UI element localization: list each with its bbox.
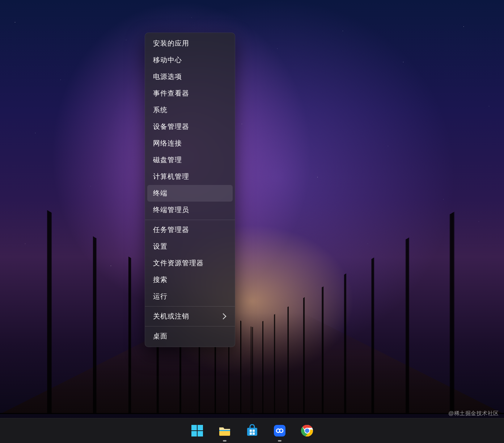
menu-separator [145,220,235,220]
pinned-app-icon[interactable] [271,422,288,439]
menu-item-label: 关机或注销 [153,312,189,321]
chrome-logo-icon [301,424,314,437]
menu-item-device-manager[interactable]: 设备管理器 [147,118,233,135]
chevron-right-icon [220,313,226,320]
svg-rect-5 [247,428,257,436]
svg-rect-4 [219,430,230,431]
file-explorer-icon[interactable] [216,422,233,439]
microsoft-store-icon[interactable] [243,422,261,439]
menu-item-disk-management[interactable]: 磁盘管理 [147,152,233,168]
store-icon [246,424,259,437]
desktop-wallpaper[interactable] [0,0,504,443]
menu-item-label: 电源选项 [153,72,182,81]
menu-item-task-manager[interactable]: 任务管理器 [147,222,233,238]
menu-item-label: 事件查看器 [153,89,189,98]
svg-rect-6 [250,430,252,432]
windows-logo-icon [191,424,204,437]
taskbar [0,418,504,443]
menu-item-label: 安装的应用 [153,39,189,48]
svg-rect-2 [191,431,197,436]
menu-item-installed-apps[interactable]: 安装的应用 [147,35,233,52]
svg-rect-0 [191,425,197,430]
menu-item-terminal-admin[interactable]: 终端管理员 [147,202,233,218]
menu-item-label: 设备管理器 [153,122,189,131]
menu-item-label: 任务管理器 [153,225,189,235]
menu-item-file-explorer[interactable]: 文件资源管理器 [147,255,233,271]
menu-item-system[interactable]: 系统 [147,102,233,118]
menu-item-label: 桌面 [153,332,168,341]
menu-item-label: 磁盘管理 [153,155,182,165]
menu-item-label: 系统 [153,105,168,115]
menu-item-label: 移动中心 [153,55,182,65]
svg-rect-9 [253,433,255,435]
menu-item-label: 运行 [153,292,168,301]
menu-item-label: 网络连接 [153,139,182,148]
menu-separator [145,306,235,307]
menu-item-search[interactable]: 搜索 [147,271,233,288]
menu-item-desktop[interactable]: 桌面 [147,328,233,345]
watermark-text: @稀土掘金技术社区 [448,410,499,417]
start-button[interactable] [189,422,206,439]
menu-item-power-options[interactable]: 电源选项 [147,68,233,85]
menu-item-run[interactable]: 运行 [147,288,233,305]
menu-item-settings[interactable]: 设置 [147,238,233,255]
svg-rect-3 [198,431,203,436]
menu-item-label: 终端 [153,189,168,198]
menu-item-shutdown-signout[interactable]: 关机或注销 [147,308,233,325]
infinity-app-icon [273,424,286,437]
chrome-icon[interactable] [298,422,316,439]
menu-item-event-viewer[interactable]: 事件查看器 [147,85,233,102]
menu-item-label: 设置 [153,242,168,251]
menu-item-computer-management[interactable]: 计算机管理 [147,168,233,185]
start-context-menu: 安装的应用移动中心电源选项事件查看器系统设备管理器网络连接磁盘管理计算机管理终端… [145,33,235,347]
svg-rect-7 [253,430,255,432]
menu-item-network-connections[interactable]: 网络连接 [147,135,233,152]
svg-rect-8 [250,433,252,435]
menu-item-label: 计算机管理 [153,172,189,181]
folder-icon [218,424,231,437]
svg-rect-1 [198,425,203,430]
menu-item-terminal[interactable]: 终端 [147,185,233,202]
menu-separator [145,326,235,326]
menu-item-label: 搜索 [153,275,168,284]
menu-item-label: 终端管理员 [153,205,189,215]
menu-item-mobility-center[interactable]: 移动中心 [147,52,233,68]
menu-item-label: 文件资源管理器 [153,258,204,268]
